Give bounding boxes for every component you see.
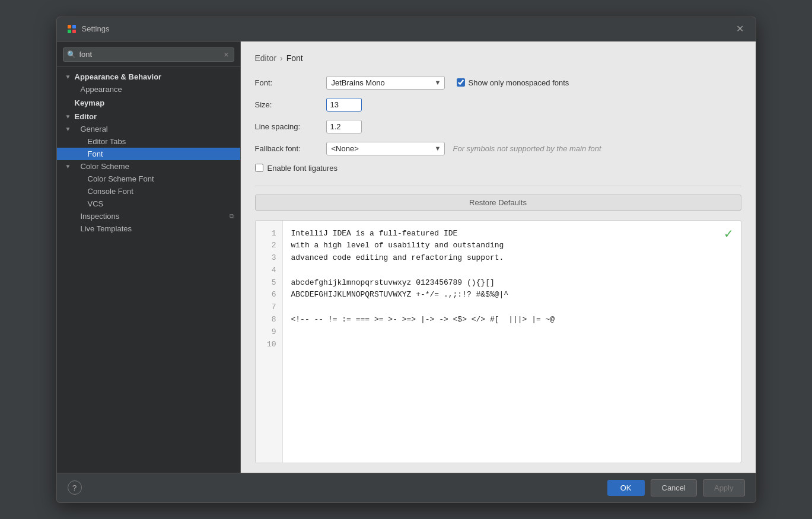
sidebar: 🔍 × ▼ Appearance & Behavior Appearance K… [57, 42, 241, 473]
show-monospaced-row: Show only monospaced fonts [457, 78, 569, 87]
breadcrumb-parent: Editor [255, 53, 277, 63]
sidebar-item-label: Console Font [88, 187, 133, 196]
size-label: Size: [255, 100, 326, 109]
sidebar-item-vcs[interactable]: VCS [57, 198, 240, 210]
clear-search-button[interactable]: × [222, 50, 230, 59]
sidebar-item-general[interactable]: ▼ General [57, 123, 240, 135]
dialog-footer: ? OK Cancel Apply [57, 473, 756, 502]
divider [255, 186, 741, 186]
line-numbers: 12345678910 [256, 221, 283, 463]
line-spacing-label: Line spacing: [255, 122, 326, 131]
font-select[interactable]: JetBrains Mono Consolas Courier New Deja… [326, 76, 445, 90]
font-label: Font: [255, 78, 326, 87]
close-button[interactable]: ✕ [734, 23, 746, 35]
font-preview: 12345678910 IntelliJ IDEA is a full-feat… [255, 220, 741, 463]
sidebar-item-label: Appearance & Behavior [75, 72, 162, 81]
dialog-title: Settings [82, 24, 734, 33]
size-input[interactable] [326, 98, 362, 112]
svg-rect-1 [72, 25, 76, 28]
search-input[interactable] [79, 50, 223, 59]
search-icon: 🔍 [67, 50, 76, 59]
show-monospaced-label: Show only monospaced fonts [469, 78, 569, 87]
sidebar-item-label: Editor Tabs [88, 137, 126, 146]
arrow-icon: ▼ [65, 163, 72, 170]
breadcrumb: Editor › Font [255, 53, 741, 63]
copy-icon: ⧉ [230, 212, 234, 220]
fallback-select-wrap: <None> ▼ [326, 142, 445, 155]
arrow-icon: ▼ [65, 74, 72, 80]
font-select-wrap: JetBrains Mono Consolas Courier New Deja… [326, 76, 445, 90]
sidebar-item-label: Inspections [81, 212, 120, 221]
title-bar: Settings ✕ [57, 17, 756, 42]
svg-rect-0 [68, 25, 71, 28]
sidebar-item-appearance-behavior[interactable]: ▼ Appearance & Behavior [57, 71, 240, 83]
sidebar-item-inspections[interactable]: Inspections ⧉ [57, 210, 240, 222]
breadcrumb-separator: › [280, 53, 283, 63]
sidebar-item-keymap[interactable]: Keymap [57, 95, 240, 110]
arrow-icon: ▼ [65, 113, 72, 120]
sidebar-item-label: Font [88, 149, 103, 158]
search-bar: 🔍 × [57, 42, 240, 67]
dialog-body: 🔍 × ▼ Appearance & Behavior Appearance K… [57, 42, 756, 473]
content-area: Editor › Font Font: JetBrains Mono Conso… [241, 42, 756, 473]
sidebar-item-font[interactable]: Font [57, 148, 240, 160]
sidebar-item-color-scheme-font[interactable]: Color Scheme Font [57, 173, 240, 185]
preview-check-icon: ✓ [724, 227, 734, 241]
sidebar-item-label: Live Templates [81, 224, 132, 233]
sidebar-item-appearance[interactable]: Appearance [57, 83, 240, 95]
ok-button[interactable]: OK [607, 480, 645, 496]
sidebar-item-editor[interactable]: ▼ Editor [57, 110, 240, 123]
svg-rect-3 [72, 30, 76, 33]
line-spacing-input[interactable] [326, 120, 362, 133]
sidebar-item-label: Color Scheme [81, 162, 129, 171]
sidebar-item-editor-tabs[interactable]: Editor Tabs [57, 135, 240, 148]
sidebar-item-label: Editor [75, 112, 97, 121]
show-monospaced-checkbox[interactable] [457, 78, 465, 87]
sidebar-item-color-scheme[interactable]: ▼ Color Scheme [57, 160, 240, 173]
arrow-icon: ▼ [65, 126, 72, 132]
sidebar-item-label: Color Scheme Font [88, 174, 154, 183]
sidebar-item-live-templates[interactable]: Live Templates [57, 222, 240, 235]
fallback-label: Fallback font: [255, 144, 326, 153]
code-preview: IntelliJ IDEA is a full-featured IDE wit… [283, 221, 741, 463]
line-spacing-row: Line spacing: [255, 120, 741, 133]
settings-dialog: Settings ✕ 🔍 × ▼ Appearance & Behavior [56, 17, 756, 503]
size-row: Size: [255, 98, 741, 112]
restore-defaults-button[interactable]: Restore Defaults [255, 195, 741, 211]
help-button[interactable]: ? [68, 480, 82, 495]
sidebar-item-label: General [81, 125, 108, 133]
fallback-note: For symbols not supported by the main fo… [453, 144, 601, 153]
ligatures-row: Enable font ligatures [255, 164, 741, 173]
fallback-font-row: Fallback font: <None> ▼ For symbols not … [255, 142, 741, 155]
search-input-wrap: 🔍 × [63, 47, 234, 62]
apply-button[interactable]: Apply [703, 479, 745, 496]
breadcrumb-current: Font [286, 53, 303, 63]
sidebar-item-console-font[interactable]: Console Font [57, 185, 240, 198]
sidebar-item-label: Appearance [81, 85, 122, 94]
cancel-button[interactable]: Cancel [651, 479, 697, 496]
ligatures-checkbox[interactable] [255, 164, 263, 172]
font-row: Font: JetBrains Mono Consolas Courier Ne… [255, 76, 741, 90]
fallback-font-select[interactable]: <None> [326, 142, 445, 155]
sidebar-item-label: VCS [88, 199, 104, 208]
nav-tree: ▼ Appearance & Behavior Appearance Keyma… [57, 67, 240, 467]
ligatures-label: Enable font ligatures [268, 164, 338, 173]
app-icon [66, 24, 77, 34]
sidebar-item-label: Keymap [75, 98, 105, 107]
svg-rect-2 [68, 30, 71, 33]
